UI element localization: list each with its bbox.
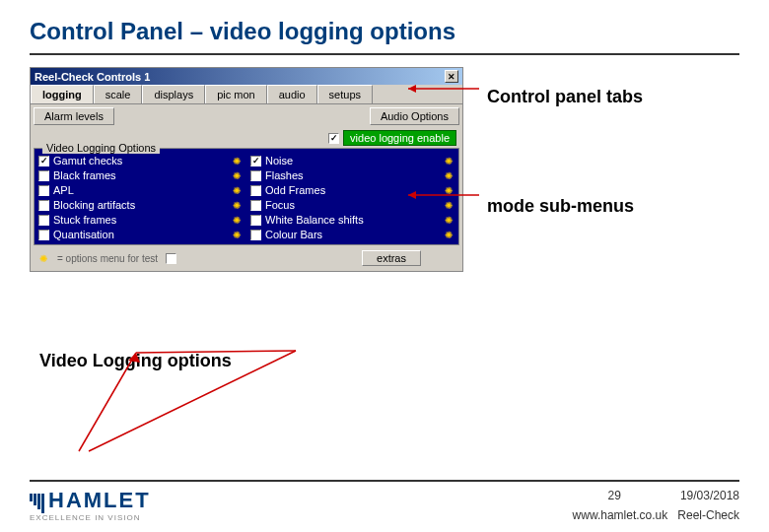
gear-icon[interactable]: ✺ — [231, 169, 243, 181]
option-label: Quantisation — [53, 229, 227, 240]
option-flashes: Flashes✺ — [250, 169, 454, 181]
extras-row: ✺ = options menu for test extras — [34, 248, 459, 268]
footer-url: www.hamlet.co.uk — [573, 508, 668, 522]
group-label: Video Logging Options — [42, 142, 160, 154]
option-gamut-checks: ✓Gamut checks✺ — [38, 155, 243, 166]
option-blocking-artifacts: Blocking artifacts✺ — [38, 199, 243, 211]
option-checkbox[interactable] — [38, 185, 49, 196]
option-label: Blocking artifacts — [53, 199, 227, 211]
annotation-column: Control panel tabs mode sub-menus — [487, 67, 643, 272]
sub-button-row: Alarm levels Audio Options — [31, 104, 462, 128]
tab-scale[interactable]: scale — [94, 85, 143, 103]
annotation-options: Video Logging options — [39, 351, 739, 371]
option-checkbox[interactable] — [250, 185, 261, 196]
option-apl: APL✺ — [38, 184, 243, 196]
option-label: APL — [53, 184, 227, 196]
option-checkbox[interactable] — [250, 200, 261, 211]
video-logging-options-group: Video Logging Options ✓Gamut checks✺Blac… — [34, 148, 459, 245]
option-checkbox[interactable] — [250, 215, 261, 226]
gear-icon[interactable]: ✺ — [231, 229, 243, 240]
option-checkbox[interactable]: ✓ — [38, 156, 49, 166]
gear-icon[interactable]: ✺ — [231, 184, 243, 196]
tab-audio[interactable]: audio — [267, 85, 317, 103]
gear-icon[interactable]: ✺ — [443, 169, 454, 181]
option-checkbox[interactable] — [38, 170, 49, 181]
option-noise: ✓Noise✺ — [250, 155, 454, 166]
logo-tagline: EXCELLENCE IN VISION — [30, 513, 151, 522]
svg-marker-5 — [408, 85, 416, 93]
svg-marker-7 — [408, 191, 416, 199]
option-stuck-frames: Stuck frames✺ — [38, 214, 243, 226]
slide-date: 19/03/2018 — [680, 489, 739, 502]
option-checkbox[interactable] — [38, 215, 49, 226]
option-white-balance-shifts: White Balance shifts✺ — [250, 214, 454, 226]
option-colour-bars: Colour Bars✺ — [250, 229, 454, 240]
video-logging-enable-label: video logging enable — [343, 130, 456, 146]
extras-button[interactable]: extras — [362, 250, 421, 266]
gear-icon[interactable]: ✺ — [443, 214, 454, 226]
reelcheck-window: Reel-Check Controls 1 ✕ loggingscaledisp… — [30, 67, 463, 272]
option-label: Noise — [265, 155, 439, 166]
video-logging-enable-checkbox[interactable]: ✓ — [328, 133, 339, 144]
gear-icon[interactable]: ✺ — [443, 229, 454, 240]
tab-logging[interactable]: logging — [31, 85, 94, 103]
alarm-levels-button[interactable]: Alarm levels — [34, 107, 114, 125]
footer-product: Reel-Check — [677, 508, 739, 522]
tab-setups[interactable]: setups — [317, 85, 373, 103]
option-label: Gamut checks — [53, 155, 227, 166]
tab-displays[interactable]: displays — [142, 85, 205, 103]
slide-footer: HAMLET EXCELLENCE IN VISION 2919/03/2018… — [30, 480, 739, 522]
logo-text: HAMLET — [48, 488, 151, 513]
option-checkbox[interactable] — [250, 230, 261, 240]
title-rule — [30, 53, 739, 55]
option-quantisation: Quantisation✺ — [38, 229, 243, 240]
slide-title: Control Panel – video logging options — [30, 18, 739, 45]
extras-checkbox[interactable] — [166, 253, 176, 264]
window-titlebar[interactable]: Reel-Check Controls 1 ✕ — [31, 68, 462, 85]
option-checkbox[interactable] — [38, 230, 49, 240]
gear-icon[interactable]: ✺ — [231, 214, 243, 226]
tab-bar: loggingscaledisplayspic monaudiosetups — [31, 85, 462, 104]
gear-icon[interactable]: ✺ — [443, 155, 454, 166]
gear-icon[interactable]: ✺ — [231, 155, 243, 166]
window-title: Reel-Check Controls 1 — [35, 71, 150, 83]
option-label: Colour Bars — [265, 229, 439, 240]
option-checkbox[interactable]: ✓ — [250, 156, 261, 166]
options-hint: = options menu for test — [57, 253, 158, 264]
annotation-tabs: Control panel tabs — [487, 87, 643, 107]
option-label: Black frames — [53, 169, 227, 181]
option-label: White Balance shifts — [265, 214, 439, 226]
option-label: Flashes — [265, 169, 439, 181]
gear-icon: ✺ — [37, 252, 49, 264]
gear-icon[interactable]: ✺ — [231, 199, 243, 211]
option-checkbox[interactable] — [38, 200, 49, 211]
annotation-submenus: mode sub-menus — [487, 196, 643, 217]
option-label: Stuck frames — [53, 214, 227, 226]
option-checkbox[interactable] — [250, 170, 261, 181]
tab-pic-mon[interactable]: pic mon — [205, 85, 267, 103]
page-number: 29 — [608, 489, 621, 502]
control-panel-screenshot: Reel-Check Controls 1 ✕ loggingscaledisp… — [30, 67, 463, 272]
audio-options-button[interactable]: Audio Options — [370, 107, 459, 125]
option-black-frames: Black frames✺ — [38, 169, 243, 181]
hamlet-logo: HAMLET EXCELLENCE IN VISION — [30, 488, 151, 522]
